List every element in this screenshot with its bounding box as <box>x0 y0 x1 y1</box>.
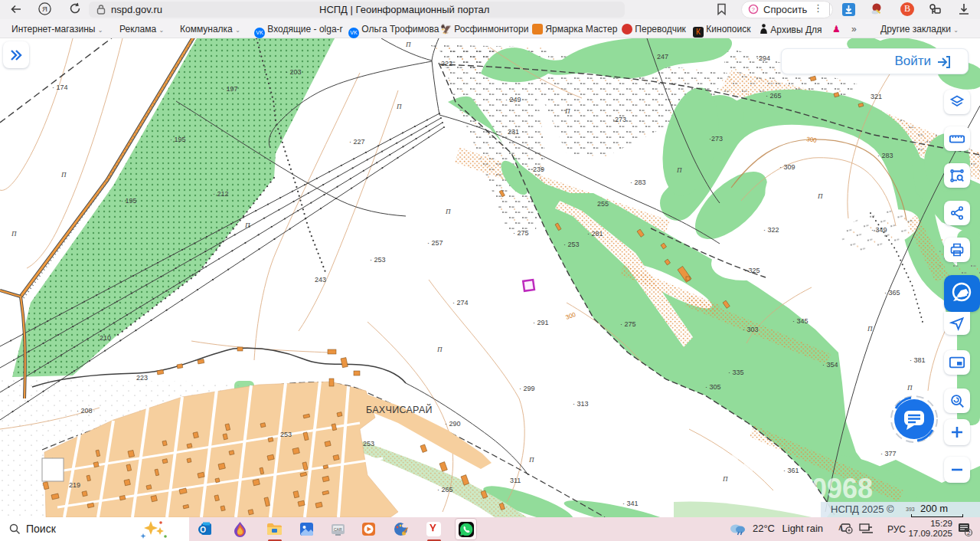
svg-text:O: O <box>200 526 206 534</box>
svg-text:· 291: · 291 <box>533 319 549 326</box>
svg-text:· 195: · 195 <box>170 136 186 143</box>
svg-text:239: 239 <box>533 166 544 173</box>
svg-text:· 274: · 274 <box>452 299 469 307</box>
svg-text:П: П <box>244 221 250 229</box>
svg-text:·294: ·294 <box>756 54 770 62</box>
svg-text:· 335: · 335 <box>728 369 744 376</box>
svg-text:· 325: · 325 <box>744 267 760 274</box>
svg-text:Я: Я <box>42 5 47 13</box>
svg-text:· 283: · 283 <box>877 152 893 159</box>
svg-text:· 275: · 275 <box>513 229 529 237</box>
svg-text:П: П <box>867 325 873 333</box>
svg-text:222: 222 <box>441 60 452 67</box>
svg-text:· 309: · 309 <box>779 163 795 171</box>
svg-text:· 253: · 253 <box>564 241 580 248</box>
svg-text:· 195: · 195 <box>121 197 137 205</box>
svg-text:· 341: · 341 <box>622 500 639 507</box>
svg-text:210: 210 <box>100 334 111 342</box>
svg-text:П: П <box>11 230 17 238</box>
svg-text:П: П <box>564 107 570 115</box>
svg-text:219: 219 <box>69 481 80 489</box>
svg-text:243: 243 <box>315 276 326 284</box>
svg-text:· 305: · 305 <box>705 383 721 391</box>
svg-text:·273: ·273 <box>612 116 626 123</box>
svg-text:253: 253 <box>280 431 292 438</box>
svg-text:311: 311 <box>510 477 521 484</box>
svg-text:· 227: · 227 <box>349 138 365 146</box>
svg-text:· 174: · 174 <box>52 84 68 91</box>
svg-text:· 253: · 253 <box>370 256 386 264</box>
svg-text:· 257: · 257 <box>427 239 443 247</box>
svg-text:321: 321 <box>871 93 882 100</box>
svg-text:· 303: · 303 <box>743 326 759 333</box>
svg-text:· 361: · 361 <box>783 467 799 474</box>
svg-text:· 197: · 197 <box>222 85 238 93</box>
svg-text:П: П <box>445 208 451 215</box>
svg-text:П: П <box>396 103 402 110</box>
svg-text:223: 223 <box>136 374 148 382</box>
svg-text:· 290: · 290 <box>445 420 461 428</box>
svg-text:· 265: · 265 <box>766 92 782 100</box>
svg-text:· 381: · 381 <box>910 356 926 364</box>
svg-text:·273: ·273 <box>709 135 723 143</box>
svg-text:· 313: · 313 <box>573 400 589 408</box>
svg-text:255: 255 <box>597 200 609 208</box>
svg-text:П: П <box>436 346 443 353</box>
svg-text:300: 300 <box>806 136 818 144</box>
svg-text:· 281: · 281 <box>587 230 603 238</box>
svg-text:· 283: · 283 <box>630 179 646 186</box>
svg-text:· 275: · 275 <box>620 320 636 328</box>
svg-text:· 208: · 208 <box>77 407 93 415</box>
svg-text:2: 2 <box>967 530 971 536</box>
svg-text:10968: 10968 <box>796 473 873 504</box>
svg-text:· 299: · 299 <box>519 385 535 392</box>
svg-text:· 265: · 265 <box>437 486 453 493</box>
svg-text:· 249: · 249 <box>505 96 521 103</box>
svg-text:231: 231 <box>508 128 519 136</box>
svg-text:П: П <box>528 456 534 464</box>
svg-text:· 322: · 322 <box>763 226 779 234</box>
svg-text:· 203: · 203 <box>286 68 302 76</box>
svg-text:· 349: · 349 <box>871 226 887 234</box>
svg-text:П: П <box>405 41 411 48</box>
svg-text:· 377: · 377 <box>880 450 897 457</box>
svg-text:· 345: · 345 <box>792 317 808 325</box>
svg-text:БАХЧИСАРАЙ: БАХЧИСАРАЙ <box>366 404 433 415</box>
svg-text:247: 247 <box>657 53 668 61</box>
svg-text:П: П <box>722 475 728 483</box>
svg-text:CAR: CAR <box>334 527 342 532</box>
svg-text:253: 253 <box>363 440 374 448</box>
svg-text:П: П <box>817 192 823 200</box>
svg-text:П: П <box>676 166 682 174</box>
svg-text:· 354: · 354 <box>822 361 838 369</box>
svg-text:· 365: · 365 <box>884 289 900 297</box>
svg-text:П: П <box>60 171 67 179</box>
svg-text:· 212: · 212 <box>213 190 229 198</box>
svg-text:?: ? <box>752 6 756 13</box>
